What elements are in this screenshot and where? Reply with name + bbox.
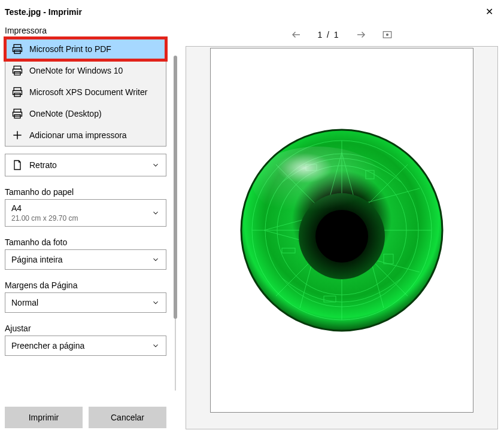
- printer-item-xps[interactable]: Microsoft XPS Document Writer: [5, 81, 166, 103]
- photo-size-value: Página inteira: [11, 255, 63, 264]
- svg-rect-6: [14, 88, 21, 91]
- fit-select[interactable]: Preencher a página: [5, 336, 166, 356]
- prev-page-button[interactable]: [291, 29, 302, 40]
- plus-icon: [11, 129, 23, 141]
- printer-icon: [11, 108, 23, 120]
- preview-toolbar: 1 / 1: [180, 21, 504, 46]
- paper-size-select[interactable]: A4 21.00 cm x 29.70 cm: [5, 199, 166, 227]
- printer-list: Microsoft Print to PDF OneNote for Windo…: [5, 38, 166, 147]
- photo-size-select[interactable]: Página inteira: [5, 249, 166, 270]
- chevron-down-icon: [151, 161, 160, 169]
- fit-value: Preencher a página: [11, 341, 84, 350]
- printer-section-label: Impressora: [5, 26, 175, 35]
- chevron-down-icon: [151, 209, 160, 217]
- paper-size-detail: 21.00 cm x 29.70 cm: [11, 214, 78, 222]
- cancel-button[interactable]: Cancelar: [89, 407, 166, 428]
- chevron-down-icon: [151, 298, 160, 307]
- preview-surface: [186, 46, 498, 429]
- printer-item-label: OneNote (Desktop): [29, 109, 102, 118]
- printer-item-ms-print-pdf[interactable]: Microsoft Print to PDF: [5, 38, 166, 60]
- paper-size-label: Tamanho do papel: [5, 187, 175, 197]
- svg-rect-0: [14, 45, 21, 48]
- add-printer-item[interactable]: Adicionar uma impressora: [5, 124, 166, 146]
- margins-select[interactable]: Normal: [5, 292, 166, 313]
- window-title: Teste.jpg - Imprimir: [5, 7, 82, 17]
- svg-rect-9: [14, 109, 21, 112]
- chevron-down-icon: [151, 341, 160, 350]
- print-button[interactable]: Imprimir: [5, 407, 83, 428]
- printer-item-label: OneNote for Windows 10: [29, 66, 123, 75]
- chevron-down-icon: [151, 255, 160, 264]
- printer-icon: [11, 65, 23, 77]
- svg-rect-3: [14, 66, 21, 69]
- next-page-button[interactable]: [356, 29, 366, 40]
- orientation-select[interactable]: Retrato: [5, 154, 166, 176]
- fit-label: Ajustar: [5, 324, 175, 333]
- printer-item-onenote-win10[interactable]: OneNote for Windows 10: [5, 60, 166, 81]
- scroll-thumb[interactable]: [174, 56, 177, 319]
- svg-point-17: [386, 34, 388, 36]
- add-printer-label: Adicionar uma impressora: [29, 130, 127, 140]
- orientation-value: Retrato: [29, 160, 57, 170]
- preview-image: [240, 129, 444, 332]
- page-indicator: 1 / 1: [317, 30, 339, 39]
- margins-label: Margens da Página: [5, 280, 175, 290]
- preview-page: [210, 48, 473, 413]
- close-button[interactable]: ✕: [482, 5, 497, 19]
- page-portrait-icon: [11, 159, 23, 171]
- margins-value: Normal: [11, 298, 38, 307]
- paper-size-value: A4: [11, 203, 78, 213]
- printer-icon: [11, 86, 23, 98]
- printer-icon: [11, 43, 23, 55]
- printer-item-onenote-desktop[interactable]: OneNote (Desktop): [5, 103, 166, 124]
- printer-item-label: Microsoft XPS Document Writer: [29, 87, 147, 97]
- printer-item-label: Microsoft Print to PDF: [29, 44, 111, 54]
- photo-size-label: Tamanho da foto: [5, 237, 175, 247]
- fit-page-button[interactable]: [382, 29, 393, 40]
